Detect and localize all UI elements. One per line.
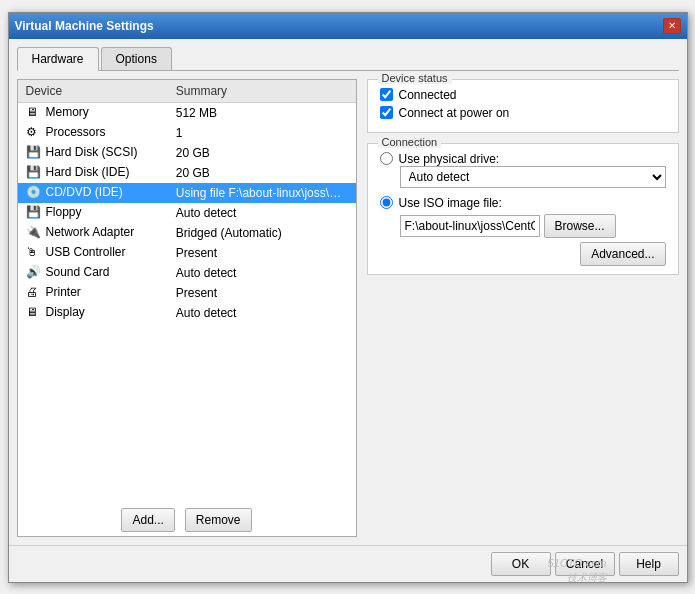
- device-icon: 🔌: [26, 225, 42, 241]
- table-row[interactable]: 💿CD/DVD (IDE)Using file F:\about-linux\j…: [18, 183, 356, 203]
- table-row[interactable]: 💾Hard Disk (SCSI)20 GB: [18, 143, 356, 163]
- device-name-cell: 💾Hard Disk (IDE): [18, 163, 168, 183]
- title-bar: Virtual Machine Settings ✕: [9, 13, 687, 39]
- table-row[interactable]: 🖱USB ControllerPresent: [18, 243, 356, 263]
- device-icon: 🔊: [26, 265, 42, 281]
- browse-button[interactable]: Browse...: [544, 214, 616, 238]
- device-summary-cell: 20 GB: [168, 163, 356, 183]
- tab-bar: Hardware Options: [17, 47, 679, 71]
- device-icon: ⚙: [26, 125, 42, 141]
- device-name-cell: 🖥Memory: [18, 102, 168, 123]
- device-table: Device Summary 🖥Memory512 MB⚙Processors1…: [18, 80, 356, 323]
- device-status-label: Device status: [378, 72, 452, 84]
- physical-drive-dropdown[interactable]: Auto detect: [400, 166, 666, 188]
- physical-drive-radio[interactable]: [380, 152, 393, 165]
- iso-path-input[interactable]: [400, 215, 540, 237]
- device-name-cell: 💾Floppy: [18, 203, 168, 223]
- power-on-row: Connect at power on: [380, 106, 666, 120]
- device-summary-cell: 512 MB: [168, 102, 356, 123]
- table-row[interactable]: 🖥DisplayAuto detect: [18, 303, 356, 323]
- device-name-cell: 💾Hard Disk (SCSI): [18, 143, 168, 163]
- device-icon: 🖥: [26, 305, 42, 321]
- watermark-line2: 技术博客: [547, 571, 606, 584]
- device-summary-cell: Present: [168, 243, 356, 263]
- connection-radio-group: Use physical drive: Auto detect: [380, 152, 666, 238]
- device-name-cell: 🖱USB Controller: [18, 243, 168, 263]
- tab-hardware[interactable]: Hardware: [17, 47, 99, 71]
- device-icon: 🖨: [26, 285, 42, 301]
- table-row[interactable]: 🖥Memory512 MB: [18, 102, 356, 123]
- window-title: Virtual Machine Settings: [15, 19, 154, 33]
- remove-button[interactable]: Remove: [185, 508, 252, 532]
- physical-drive-row: Use physical drive: Auto detect: [380, 152, 666, 188]
- device-name-cell: 💿CD/DVD (IDE): [18, 183, 168, 203]
- device-summary-cell: Auto detect: [168, 263, 356, 283]
- watermark-line1: 51CTO.com: [547, 556, 606, 570]
- device-icon: 💾: [26, 165, 42, 181]
- device-summary-cell: Bridged (Automatic): [168, 223, 356, 243]
- device-list-wrapper[interactable]: Device Summary 🖥Memory512 MB⚙Processors1…: [18, 80, 356, 500]
- physical-drive-label: Use physical drive:: [399, 152, 500, 166]
- device-list-panel: Device Summary 🖥Memory512 MB⚙Processors1…: [17, 79, 357, 537]
- device-action-buttons: Add... Remove: [18, 500, 356, 536]
- connection-group: Connection Use physical drive: Auto dete…: [367, 143, 679, 275]
- power-on-label: Connect at power on: [399, 106, 510, 120]
- physical-drive-select-row: Auto detect: [400, 166, 666, 188]
- device-summary-cell: 20 GB: [168, 143, 356, 163]
- table-row[interactable]: 💾FloppyAuto detect: [18, 203, 356, 223]
- help-button[interactable]: Help: [619, 552, 679, 576]
- advanced-row: Advanced...: [380, 242, 666, 266]
- table-row[interactable]: 💾Hard Disk (IDE)20 GB: [18, 163, 356, 183]
- col-summary-header: Summary: [168, 80, 356, 103]
- col-device-header: Device: [18, 80, 168, 103]
- add-button[interactable]: Add...: [121, 508, 174, 532]
- device-name-cell: 🔊Sound Card: [18, 263, 168, 283]
- iso-radio[interactable]: [380, 196, 393, 209]
- table-row[interactable]: 🖨PrinterPresent: [18, 283, 356, 303]
- device-icon: 💾: [26, 205, 42, 221]
- device-icon: 🖥: [26, 105, 42, 121]
- physical-drive-radio-row: Use physical drive:: [380, 152, 666, 166]
- iso-radio-row: Use ISO image file:: [380, 196, 666, 210]
- device-summary-cell: 1: [168, 123, 356, 143]
- device-summary-cell: Auto detect: [168, 203, 356, 223]
- tab-options[interactable]: Options: [101, 47, 172, 70]
- iso-row-outer: Use ISO image file: Browse...: [380, 196, 666, 238]
- device-summary-cell: Using file F:\about-linux\joss\Cen...: [168, 183, 356, 203]
- device-name-cell: 🖥Display: [18, 303, 168, 323]
- window-body: Hardware Options Device Summary 🖥Memory5…: [9, 39, 687, 545]
- table-row[interactable]: ⚙Processors1: [18, 123, 356, 143]
- connected-checkbox[interactable]: [380, 88, 393, 101]
- connected-row: Connected: [380, 88, 666, 102]
- connected-label: Connected: [399, 88, 457, 102]
- power-on-checkbox[interactable]: [380, 106, 393, 119]
- connection-label: Connection: [378, 136, 442, 148]
- ok-button[interactable]: OK: [491, 552, 551, 576]
- right-panel: Device status Connected Connect at power…: [367, 79, 679, 537]
- close-button[interactable]: ✕: [663, 18, 681, 34]
- device-name-cell: ⚙Processors: [18, 123, 168, 143]
- device-name-cell: 🔌Network Adapter: [18, 223, 168, 243]
- iso-label: Use ISO image file:: [399, 196, 502, 210]
- device-icon: 🖱: [26, 245, 42, 261]
- advanced-button[interactable]: Advanced...: [580, 242, 665, 266]
- device-summary-cell: Auto detect: [168, 303, 356, 323]
- content-area: Device Summary 🖥Memory512 MB⚙Processors1…: [17, 79, 679, 537]
- main-window: Virtual Machine Settings ✕ Hardware Opti…: [8, 12, 688, 583]
- device-icon: 💿: [26, 185, 42, 201]
- device-icon: 💾: [26, 145, 42, 161]
- device-status-group: Device status Connected Connect at power…: [367, 79, 679, 133]
- iso-file-row: Browse...: [400, 214, 666, 238]
- device-name-cell: 🖨Printer: [18, 283, 168, 303]
- table-row[interactable]: 🔊Sound CardAuto detect: [18, 263, 356, 283]
- device-summary-cell: Present: [168, 283, 356, 303]
- table-row[interactable]: 🔌Network AdapterBridged (Automatic): [18, 223, 356, 243]
